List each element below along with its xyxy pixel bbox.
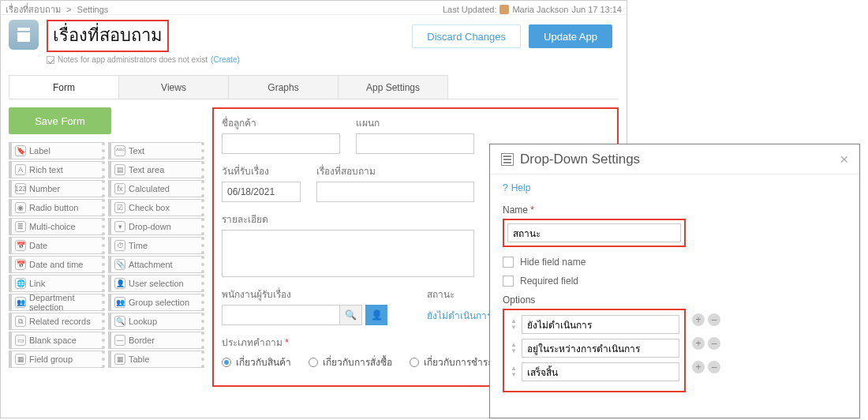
palette-date[interactable]: 📅Date: [9, 237, 105, 254]
palette-icon: ≣: [15, 221, 26, 232]
save-form-button[interactable]: Save Form: [9, 107, 111, 134]
drag-handle[interactable]: ▲▼: [509, 362, 518, 381]
breadcrumb: เรื่องที่สอบถาม > Settings Last Updated:…: [1, 1, 627, 15]
last-updated-user: Maria Jackson: [512, 2, 568, 17]
palette-label[interactable]: 🔖Label: [9, 142, 105, 159]
palette-icon: ▦: [15, 354, 26, 365]
palette-user-selection[interactable]: 👤User selection: [108, 275, 204, 292]
user-icon[interactable]: 👤: [365, 305, 387, 325]
option-remove[interactable]: –: [708, 361, 720, 373]
palette-text[interactable]: ᴬᴮᶜText: [108, 142, 204, 159]
label-customer: ชื่อลูกค้า: [222, 115, 340, 130]
input-details[interactable]: [222, 230, 474, 277]
palette-icon: ◉: [15, 202, 26, 213]
input-dept[interactable]: [356, 133, 474, 154]
palette-rich-text[interactable]: ARich text: [9, 161, 105, 178]
option-remove[interactable]: –: [708, 337, 720, 350]
input-customer[interactable]: [222, 133, 340, 154]
tab-views[interactable]: Views: [118, 75, 229, 99]
option-row: ▲▼: [509, 339, 679, 358]
palette-icon: ▭: [15, 335, 26, 346]
option-add[interactable]: +: [692, 337, 705, 350]
tab-graphs[interactable]: Graphs: [228, 75, 339, 99]
option-remove[interactable]: –: [708, 313, 720, 326]
panel-title: Drop-Down Settings: [520, 152, 640, 167]
palette-department-selection[interactable]: 👥Department selection: [9, 294, 105, 311]
close-icon[interactable]: ✕: [837, 152, 851, 167]
tab-form[interactable]: Form: [9, 75, 119, 99]
palette-multi-choice[interactable]: ≣Multi-choice: [9, 218, 105, 235]
option-add[interactable]: +: [692, 313, 705, 326]
option-input[interactable]: [522, 362, 679, 381]
palette-blank-space[interactable]: ▭Blank space: [9, 332, 105, 349]
palette-icon: 123: [15, 183, 26, 194]
palette-drop-down[interactable]: ▾Drop-down: [108, 218, 204, 235]
app-icon: [9, 20, 39, 50]
label-details: รายละเอียด: [222, 212, 474, 227]
radio-qtype-0[interactable]: เกี่ยวกับสินค้า: [222, 354, 291, 369]
tab-settings[interactable]: App Settings: [338, 75, 448, 99]
palette-icon: 👥: [15, 297, 26, 308]
page-title: เรื่องที่สอบถาม: [53, 25, 163, 45]
palette-icon: ▤: [114, 164, 125, 175]
note-icon: [47, 56, 54, 64]
breadcrumb-current: Settings: [77, 5, 109, 14]
breadcrumb-app[interactable]: เรื่องที่สอบถาม: [6, 5, 61, 14]
palette-icon: ▾: [114, 221, 125, 232]
palette-border[interactable]: —Border: [108, 332, 204, 349]
help-link[interactable]: ?Help: [503, 182, 847, 193]
palette-attachment[interactable]: 📎Attachment: [108, 256, 204, 273]
label-qtype: ประเภทคำถาม *: [222, 335, 289, 350]
drag-handle[interactable]: ▲▼: [509, 339, 518, 358]
palette-text-area[interactable]: ▤Text area: [108, 161, 204, 178]
palette-related-records[interactable]: ⧉Related records: [9, 313, 105, 330]
label-subject: เรื่องที่สอบถาม: [316, 163, 474, 178]
palette-icon: fx: [114, 183, 125, 194]
palette-icon: 📅: [15, 240, 26, 251]
update-button[interactable]: Update App: [529, 24, 612, 48]
palette-date-and-time[interactable]: 📅Date and time: [9, 256, 105, 273]
option-input[interactable]: [522, 339, 679, 358]
drag-handle[interactable]: ▲▼: [509, 315, 518, 334]
label-assignee: พนักงานผู้รับเรื่อง: [222, 287, 387, 302]
palette-icon: 📅: [15, 259, 26, 270]
input-date[interactable]: 06/18/2021: [222, 182, 301, 202]
palette-icon: 🔍: [114, 316, 125, 327]
label-date: วันที่รับเรื่อง: [222, 163, 301, 178]
option-row: ▲▼: [509, 362, 679, 381]
panel-name-input[interactable]: [507, 223, 681, 242]
last-updated-label: Last Updated:: [443, 2, 497, 17]
palette-group-selection[interactable]: 👥Group selection: [108, 294, 204, 311]
dropdown-icon: [501, 153, 514, 166]
input-subject[interactable]: [316, 182, 474, 202]
label-hide: Hide field name: [520, 257, 586, 268]
palette-icon: 📎: [114, 259, 125, 270]
label-dept: แผนก: [356, 115, 474, 130]
dropdown-settings-panel: Drop-Down Settings ✕ ?Help Name * Hide f…: [489, 144, 860, 418]
search-icon[interactable]: 🔍: [340, 305, 362, 325]
palette-lookup[interactable]: 🔍Lookup: [108, 313, 204, 330]
radio-qtype-1[interactable]: เกี่ยวกับการสั่งซื้อ: [309, 354, 392, 369]
option-input[interactable]: [522, 315, 679, 334]
checkbox-required[interactable]: [503, 276, 514, 287]
option-row: ▲▼: [509, 315, 679, 334]
avatar: [499, 5, 509, 14]
palette-table[interactable]: ▦Table: [108, 351, 204, 368]
input-assignee[interactable]: [222, 305, 340, 325]
palette-link[interactable]: 🌐Link: [9, 275, 105, 292]
status-value[interactable]: ยังไม่ดำเนินการ: [427, 305, 492, 323]
panel-options-label: Options: [503, 294, 535, 306]
palette-time[interactable]: ⏱Time: [108, 237, 204, 254]
discard-button[interactable]: Discard Changes: [412, 24, 521, 48]
palette-icon: 👤: [114, 278, 125, 289]
palette-calculated[interactable]: fxCalculated: [108, 180, 204, 197]
palette-field-group[interactable]: ▦Field group: [9, 351, 105, 368]
checkbox-hide[interactable]: [503, 257, 514, 268]
option-add[interactable]: +: [692, 361, 705, 373]
palette-icon: ⧉: [15, 316, 26, 327]
notes-create-link[interactable]: (Create): [211, 55, 240, 64]
palette-icon: 🌐: [15, 278, 26, 289]
palette-check-box[interactable]: ☑Check box: [108, 199, 204, 216]
palette-radio-button[interactable]: ◉Radio button: [9, 199, 105, 216]
palette-number[interactable]: 123Number: [9, 180, 105, 197]
